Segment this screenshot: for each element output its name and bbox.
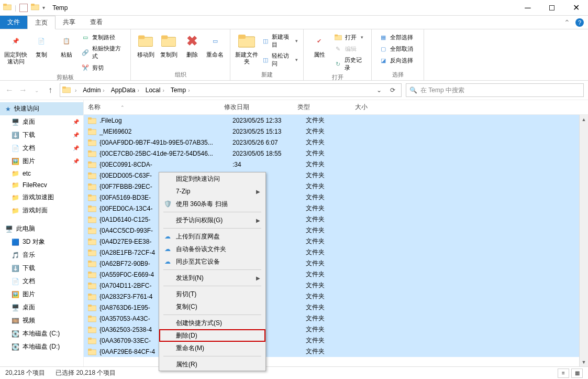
invert-selection-button[interactable]: ◪反向选择 [377,56,415,65]
sidebar-item-qa[interactable]: 📁 游戏封面 [0,204,83,217]
sidebar-item-qa[interactable]: 🖼️ 图片📌 [0,155,83,168]
copy-to-button[interactable]: 复制到 [157,31,180,59]
table-row[interactable]: .FileLog 2023/05/25 12:33 文件夹 [84,115,588,126]
chevron-right-icon: ▶ [256,218,260,223]
minimize-button[interactable]: ─ [516,0,540,16]
ctx-baidu-upload[interactable]: ☁上传到百度网盘 [159,230,265,243]
sidebar-item-pc[interactable]: 💽 本地磁盘 (C:) [0,327,83,340]
ctx-rename[interactable]: 重命名(M) [159,342,265,354]
sidebar-item-pc[interactable]: 🎞️ 视频 [0,314,83,327]
folder-icon [88,293,96,301]
move-to-button[interactable]: 移动到 [134,31,157,59]
tab-home[interactable]: 主页 [27,16,56,29]
pin-icon: 📌 [73,158,79,164]
rename-button[interactable]: ▭ 重命名 [204,31,227,59]
breadcrumb-root-chevron[interactable]: › [72,88,80,93]
table-row[interactable]: {00AAF9DD-9B7F-491b-99E5-07AB35... 2023/… [84,137,588,148]
sidebar-item-pc[interactable]: 🟦 3D 对象 [0,235,83,248]
properties-button[interactable]: ✔ 属性 [307,31,332,59]
qat-properties-icon[interactable] [19,4,28,12]
addr-refresh-button[interactable]: ⟳ [386,86,399,94]
vertical-scrollbar[interactable]: ▲ ▼ [579,115,588,366]
ctx-grant-access[interactable]: 授予访问权限(G)▶ [159,214,265,226]
addr-history-dropdown[interactable]: ⌄ [373,86,385,94]
ctx-create-shortcut[interactable]: 创建快捷方式(S) [159,317,265,329]
ribbon-collapse-icon[interactable]: ⌃ [564,18,570,27]
help-icon[interactable]: ? [575,18,584,27]
paste-shortcut-button[interactable]: 🔗粘贴快捷方式 [79,44,127,61]
select-none-button[interactable]: ▢全部取消 [377,44,415,53]
paste-button[interactable]: 📋 粘贴 [54,31,79,59]
col-header-name[interactable]: 名称⌃ [88,103,224,112]
table-row[interactable]: {00CE7CB0-25BC-41de-9E72-54D546... 2023/… [84,148,588,159]
view-icons-button[interactable]: ▦ [571,369,583,378]
history-button[interactable]: ↻历史记录 [332,56,368,72]
sidebar-item-qa[interactable]: 📁 etc [0,168,83,179]
item-icon: 🟦 [12,239,19,246]
ctx-copy[interactable]: 复制(C) [159,300,265,313]
pin-to-quick-access-button[interactable]: 📌 固定到快速访问 [3,31,28,66]
sidebar-item-pc[interactable]: ⬇️ 下载 [0,262,83,275]
sidebar-item-qa[interactable]: 📁 FileRecv [0,179,83,191]
sidebar-item-qa[interactable]: ⬇️ 下载📌 [0,128,83,142]
scroll-down-button[interactable]: ▼ [580,358,588,366]
copy-path-button[interactable]: ▭复制路径 [79,33,127,42]
ctx-properties[interactable]: 属性(R) [159,358,265,371]
ctx-cut[interactable]: 剪切(T) [159,288,265,300]
ctx-send-to[interactable]: 发送到(N)▶ [159,272,265,284]
star-icon: ★ [5,105,11,113]
open-button[interactable]: 打开▾ [332,33,368,42]
sidebar-quick-access[interactable]: ★ 快速访问 [0,102,83,115]
breadcrumb-appdata[interactable]: AppData› [109,86,142,94]
breadcrumb-local[interactable]: Local› [143,86,168,94]
ctx-360-scan[interactable]: 🛡️使用 360杀毒 扫描 [159,198,265,210]
ctx-baidu-backup[interactable]: ☁自动备份该文件夹 [159,243,265,255]
breadcrumb-temp[interactable]: Temp› [169,86,193,94]
new-folder-button[interactable]: 新建文件夹 [234,31,260,66]
cut-button[interactable]: ✂️剪切 [79,63,127,72]
sidebar-item-qa[interactable]: 🖥️ 桌面📌 [0,115,83,128]
qat-dropdown-icon[interactable]: ▾ [42,5,45,10]
sidebar-item-pc[interactable]: 📄 文档 [0,275,83,288]
table-row[interactable]: {00EC0991-8CDA- :34 文件夹 [84,159,588,170]
folder-icon [88,160,96,169]
edit-button[interactable]: ✎编辑 [332,44,368,53]
ctx-baidu-sync[interactable]: ☁同步至其它设备 [159,255,265,268]
sidebar-item-pc[interactable]: 💽 本地磁盘 (D:) [0,340,83,353]
nav-forward-button[interactable]: → [18,85,28,95]
tab-file[interactable]: 文件 [0,16,27,29]
select-all-button[interactable]: ▦全部选择 [377,33,415,42]
tab-view[interactable]: 查看 [83,16,110,29]
qat-new-folder-icon[interactable] [31,3,39,13]
col-header-size[interactable]: 大小 [355,103,397,112]
sidebar-item-pc[interactable]: 🎵 音乐 [0,248,83,262]
maximize-button[interactable] [540,0,564,16]
delete-button[interactable]: ✖ 删除 [181,31,204,59]
close-button[interactable]: ✕ [564,0,588,16]
col-header-type[interactable]: 类型 [297,103,355,112]
easy-access-button[interactable]: ◫轻松访问▾ [260,51,300,68]
breadcrumb-admin[interactable]: Admin› [81,86,107,94]
tab-share[interactable]: 共享 [56,16,83,29]
sidebar-item-pc[interactable]: 🖼️ 图片 [0,288,83,301]
copy-button[interactable]: 📄 复制 [28,31,53,59]
table-row[interactable]: _MEI69602 2023/05/25 15:13 文件夹 [84,126,588,137]
sidebar-this-pc[interactable]: 🖥️ 此电脑 [0,222,83,235]
scroll-up-button[interactable]: ▲ [580,115,588,124]
nav-recent-dropdown[interactable]: ⌄ [31,88,42,93]
sidebar-item-label: 桌面 [23,303,35,312]
view-details-button[interactable]: ≡ [558,369,569,378]
new-item-button[interactable]: ◫新建项目▾ [260,33,300,49]
address-bar[interactable]: › Admin› AppData› Local› Temp› ⌄ ⟳ [60,83,402,97]
folder-icon [88,182,96,191]
sidebar-item-qa[interactable]: 📁 游戏加速图 [0,191,83,204]
sidebar-item-pc[interactable]: 🖥️ 桌面 [0,301,83,314]
ctx-pin-quick-access[interactable]: 固定到快速访问 [159,172,265,185]
sidebar-item-qa[interactable]: 📄 文档📌 [0,142,83,155]
ctx-7zip[interactable]: 7-Zip▶ [159,185,265,198]
nav-up-button[interactable]: ↑ [45,85,56,95]
ctx-delete[interactable]: 删除(D) [159,329,265,342]
search-box[interactable]: 🔍 在 Temp 中搜索 [406,83,584,97]
col-header-date[interactable]: 修改日期 [224,103,297,112]
nav-back-button[interactable]: ← [4,85,15,95]
